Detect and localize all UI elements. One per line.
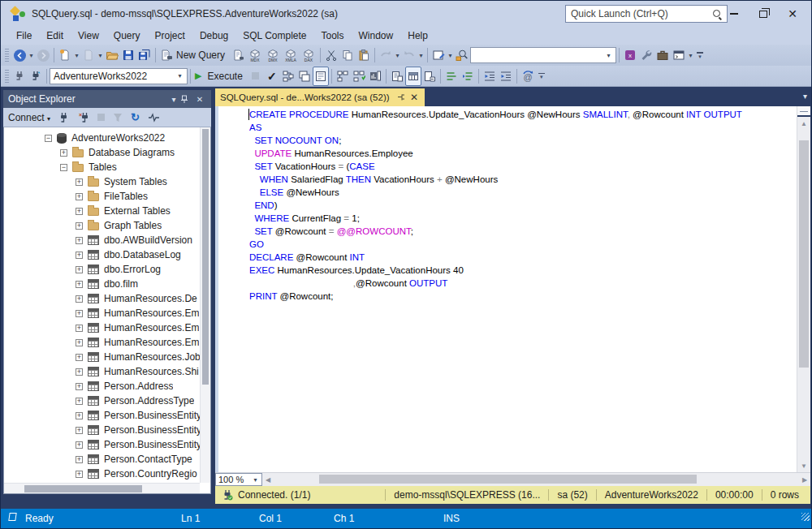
tree-item-system-tables[interactable]: +System Tables xyxy=(4,174,200,189)
wrench-icon[interactable] xyxy=(638,45,654,65)
restore-button[interactable] xyxy=(754,5,772,23)
scroll-left-icon[interactable]: ◀ xyxy=(262,473,274,486)
dmx-query-button[interactable]: DMX xyxy=(264,45,282,65)
tree-item-dbo-errorlog[interactable]: +dbo.ErrorLog xyxy=(4,262,200,277)
comment-lines-button[interactable] xyxy=(443,67,460,86)
undo-button[interactable] xyxy=(378,45,394,65)
tree-item-humanresources-shi[interactable]: +HumanResources.Shi xyxy=(4,364,200,379)
window-position-icon[interactable]: ▾ xyxy=(167,95,180,104)
cut-button[interactable] xyxy=(323,45,339,65)
pin-icon[interactable] xyxy=(397,93,405,101)
expand-icon[interactable]: + xyxy=(76,310,83,317)
back-dropdown-icon[interactable]: ▾ xyxy=(28,52,35,59)
client-statistics-button[interactable] xyxy=(367,67,383,86)
tree-item-external-tables[interactable]: +External Tables xyxy=(4,204,200,218)
find-button[interactable] xyxy=(454,45,470,65)
menu-file[interactable]: File xyxy=(9,28,39,43)
expand-icon[interactable]: + xyxy=(76,295,83,303)
expand-icon[interactable]: + xyxy=(76,383,83,390)
expand-icon[interactable]: + xyxy=(76,427,83,434)
object-explorer-tree[interactable]: −AdventureWorks2022+Database Diagrams−Ta… xyxy=(3,127,211,494)
parse-button[interactable]: ✓ xyxy=(264,67,280,86)
connect-button-icon[interactable] xyxy=(11,67,28,86)
expand-icon[interactable]: + xyxy=(76,208,83,215)
minimize-button[interactable] xyxy=(725,5,743,23)
tree-item-person-businessentity[interactable]: +Person.BusinessEntity xyxy=(4,423,200,437)
tree-item-humanresources-de[interactable]: +HumanResources.De xyxy=(4,291,200,306)
results-to-file-button[interactable] xyxy=(421,67,438,86)
expand-icon[interactable]: + xyxy=(76,281,83,288)
scrollbar-thumb[interactable] xyxy=(319,475,697,484)
editor-horizontal-scrollbar[interactable]: ◀ ▶ xyxy=(262,473,810,486)
pin-icon[interactable] xyxy=(180,95,193,104)
tree-item-person-addresstype[interactable]: +Person.AddressType xyxy=(4,394,200,408)
menu-edit[interactable]: Edit xyxy=(39,28,71,43)
menu-query[interactable]: Query xyxy=(106,28,148,43)
scroll-right-icon[interactable]: ▶ xyxy=(799,473,810,486)
add-item-dropdown-icon[interactable]: ▾ xyxy=(97,52,104,59)
filter-icon[interactable] xyxy=(113,113,123,123)
menu-window[interactable]: Window xyxy=(352,28,401,43)
toolbox-icon[interactable] xyxy=(654,45,671,65)
quick-launch-input[interactable]: Quick Launch (Ctrl+Q) xyxy=(565,5,728,23)
tree-item-dbo-awbuildversion[interactable]: +dbo.AWBuildVersion xyxy=(4,233,200,247)
console-dropdown-icon[interactable]: ▾ xyxy=(687,52,694,59)
menu-sql-complete[interactable]: SQL Complete xyxy=(235,28,313,43)
database-engine-query-button[interactable] xyxy=(230,45,246,65)
redo-button[interactable] xyxy=(401,45,417,65)
toolbar-overflow-button[interactable]: ▾ xyxy=(536,73,547,80)
scrollbar-thumb[interactable] xyxy=(24,485,142,492)
toolbar-grip[interactable] xyxy=(5,49,9,62)
decrease-indent-button[interactable] xyxy=(482,67,498,86)
tree-item-humanresources-em[interactable]: +HumanResources.Em xyxy=(4,320,200,335)
expand-icon[interactable]: + xyxy=(76,222,83,230)
expand-icon[interactable]: + xyxy=(76,252,83,259)
execute-button[interactable]: ▶ Execute xyxy=(193,67,248,86)
expand-icon[interactable]: + xyxy=(76,412,83,419)
expand-icon[interactable]: + xyxy=(76,441,83,449)
available-databases-combobox[interactable]: AdventureWorks2022 ▾ xyxy=(50,68,188,84)
intellisense-enabled-button[interactable] xyxy=(313,67,329,86)
tree-item-graph-tables[interactable]: +Graph Tables xyxy=(4,218,200,233)
menu-tools[interactable]: Tools xyxy=(314,28,352,43)
zoom-combobox[interactable]: 100 % ▾ xyxy=(215,473,262,486)
tree-item-humanresources-em[interactable]: +HumanResources.Em xyxy=(4,335,200,350)
splitter-handle[interactable] xyxy=(797,106,810,117)
tab-list-dropdown-icon[interactable]: ▾ xyxy=(803,92,807,101)
tree-item-person-countryregio[interactable]: +Person.CountryRegio xyxy=(4,467,200,481)
scrollbar-thumb[interactable] xyxy=(202,129,209,385)
results-to-grid-button[interactable] xyxy=(405,67,421,86)
tree-item-person-address[interactable]: +Person.Address xyxy=(4,379,200,394)
open-file-button[interactable] xyxy=(104,45,120,65)
tree-vertical-scrollbar[interactable] xyxy=(200,127,210,483)
tree-item-dbo-film[interactable]: +dbo.film xyxy=(4,277,200,291)
tree-item-database-diagrams[interactable]: +Database Diagrams xyxy=(4,145,200,160)
document-tab[interactable]: SQLQuery.sql - de...Works2022 (sa (52)) … xyxy=(215,88,425,106)
tree-item-adventureworks2022[interactable]: −AdventureWorks2022 xyxy=(4,131,200,145)
save-all-button[interactable] xyxy=(136,45,153,65)
toolbar-grip[interactable] xyxy=(5,70,9,83)
console-button[interactable] xyxy=(671,45,687,65)
uncomment-lines-button[interactable] xyxy=(460,67,476,86)
copy-button[interactable] xyxy=(339,45,356,65)
expand-icon[interactable]: + xyxy=(76,339,83,346)
expand-icon[interactable]: + xyxy=(60,149,67,157)
new-query-button[interactable]: New Query xyxy=(158,45,230,65)
increase-indent-button[interactable] xyxy=(498,67,514,86)
tree-item-person-businessentity[interactable]: +Person.BusinessEntity xyxy=(4,408,200,423)
xmla-query-button[interactable]: XMLA xyxy=(282,45,300,65)
close-icon[interactable]: ✕ xyxy=(193,95,206,104)
new-file-dropdown-icon[interactable]: ▾ xyxy=(73,52,80,59)
tree-item-person-businessentity[interactable]: +Person.BusinessEntity xyxy=(4,437,200,452)
collapse-icon[interactable]: − xyxy=(45,135,52,142)
tree-item-filetables[interactable]: +FileTables xyxy=(4,189,200,204)
redo-dropdown-icon[interactable]: ▾ xyxy=(417,52,425,59)
scroll-down-icon[interactable]: ▼ xyxy=(797,462,810,470)
add-item-button[interactable] xyxy=(80,45,97,65)
query-selection-dropdown-icon[interactable]: ▾ xyxy=(447,52,454,59)
close-button[interactable]: ✕ xyxy=(784,5,801,23)
menu-project[interactable]: Project xyxy=(148,28,192,43)
dax-query-button[interactable]: DAX xyxy=(300,45,317,65)
expand-icon[interactable]: + xyxy=(76,368,83,376)
new-file-button[interactable] xyxy=(57,45,73,65)
